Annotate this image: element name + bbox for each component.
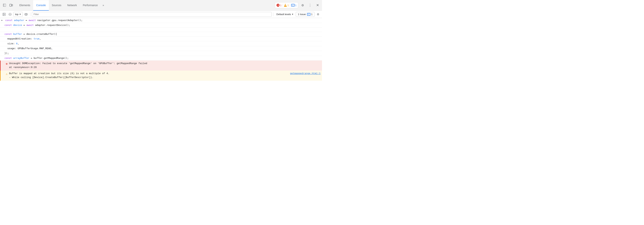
svg-point-11 bbox=[24, 13, 28, 15]
tab-console[interactable]: Console bbox=[33, 0, 49, 10]
error-circle-icon: ⊗ bbox=[6, 62, 8, 67]
console-line: const device = await adapter.requestDevi… bbox=[0, 23, 322, 28]
warning-badge: ⚠ 1 bbox=[284, 4, 289, 7]
tab-bar-right: ✕ 1 ⚠ 1 ≡ 1 ⚙ ⋮ ✕ bbox=[275, 2, 320, 8]
console-toolbar: top ▼ Default levels ▼ 1 Issue: ≡ 1 ⚙ bbox=[0, 10, 322, 18]
console-line: }); bbox=[0, 51, 322, 56]
main-layout: top ▼ Default levels ▼ 1 Issue: ≡ 1 ⚙ bbox=[0, 10, 322, 112]
message-badge: ≡ 1 bbox=[291, 4, 296, 7]
more-tabs-button[interactable]: » bbox=[101, 0, 106, 10]
svg-rect-3 bbox=[12, 4, 13, 6]
close-devtools-button[interactable]: ✕ bbox=[314, 2, 320, 8]
log-levels-selector[interactable]: Default levels ▼ bbox=[275, 12, 295, 16]
error-circle-icon: ✕ bbox=[276, 4, 280, 7]
inspect-element-button[interactable] bbox=[2, 2, 8, 8]
warning-sub-text: - While calling [Device].CreateBuffer([B… bbox=[9, 76, 289, 80]
tab-elements[interactable]: Elements bbox=[16, 0, 33, 10]
console-line: const buffer = device.createBuffer({ bbox=[0, 32, 322, 37]
more-options-button[interactable]: ⋮ bbox=[307, 2, 313, 8]
main-tabs: Elements Console Sources Network Perform… bbox=[16, 0, 106, 10]
console-line: mappedAtCreation: true, bbox=[0, 36, 322, 41]
svg-rect-2 bbox=[10, 4, 12, 6]
badge-divider-2 bbox=[290, 4, 290, 7]
warning-main-text: Buffer is mapped at creation but its siz… bbox=[9, 72, 289, 76]
console-settings-button[interactable]: ⚙ bbox=[315, 12, 320, 17]
tab-performance[interactable]: Performance bbox=[80, 0, 100, 10]
issues-message-icon: ≡ bbox=[307, 13, 310, 16]
chevron-down-icon: ▼ bbox=[292, 13, 294, 15]
console-line: usage: GPUBufferUsage.MAP_READ, bbox=[0, 46, 322, 51]
message-icon: ≡ bbox=[291, 4, 294, 6]
live-expressions-button[interactable] bbox=[24, 12, 29, 17]
warning-triangle-icon: ⚠ bbox=[284, 4, 287, 7]
devtools-icons bbox=[2, 2, 14, 8]
sidebar-toggle-button[interactable] bbox=[2, 12, 7, 17]
issue-badges[interactable]: ✕ 1 ⚠ 1 ≡ 1 bbox=[275, 2, 298, 8]
clear-console-button[interactable] bbox=[8, 12, 13, 17]
error-main-text: Uncaught DOMException: Failed to execute… bbox=[9, 62, 147, 66]
three-dot-icon: ⋮ bbox=[308, 3, 312, 7]
gear-icon: ⚙ bbox=[317, 13, 319, 16]
error-badge: ✕ 1 bbox=[276, 4, 282, 7]
settings-button[interactable]: ⚙ bbox=[300, 2, 306, 8]
filter-input[interactable] bbox=[32, 12, 272, 17]
console-blank-line bbox=[0, 28, 322, 32]
svg-rect-0 bbox=[3, 4, 6, 6]
tab-bar: Elements Console Sources Network Perform… bbox=[0, 0, 322, 10]
tab-sources[interactable]: Sources bbox=[49, 0, 64, 10]
gear-icon: ⚙ bbox=[301, 4, 304, 7]
console-line: ▶ const adapter = await navigator.gpu.re… bbox=[0, 18, 322, 23]
issues-button[interactable]: 1 Issue: ≡ 1 bbox=[296, 12, 314, 17]
context-selector[interactable]: top ▼ bbox=[14, 12, 23, 17]
chevron-down-icon: ▼ bbox=[19, 13, 21, 15]
device-toolbar-button[interactable] bbox=[8, 2, 14, 8]
console-line: const arrayBuffer = buffer.getMappedRang… bbox=[0, 56, 322, 61]
warning-triangle-icon: ⚠ bbox=[6, 72, 8, 77]
console-line: size: 6, bbox=[0, 41, 322, 46]
error-sub-text: at <anonymous>:9:28 bbox=[9, 66, 147, 70]
close-icon: ✕ bbox=[316, 3, 319, 7]
svg-point-12 bbox=[26, 14, 26, 15]
warning-message: ⚠ Buffer is mapped at creation but its s… bbox=[0, 70, 322, 81]
console-output: ▶ const adapter = await navigator.gpu.re… bbox=[0, 18, 322, 112]
error-message: ⊗ Uncaught DOMException: Failed to execu… bbox=[0, 60, 322, 70]
tab-network[interactable]: Network bbox=[64, 0, 80, 10]
expand-arrow-icon[interactable]: ▶ bbox=[2, 19, 4, 22]
warning-source-link[interactable]: getmappedrange.html:1 bbox=[290, 72, 320, 76]
